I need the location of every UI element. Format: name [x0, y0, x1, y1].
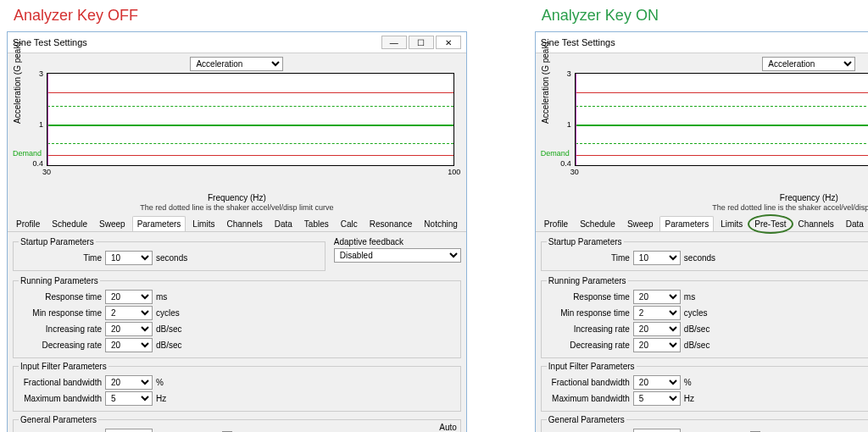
field-unit: dB/sec [156, 341, 203, 350]
field-value[interactable]: 65536 [633, 429, 681, 432]
tab-limits[interactable]: Limits [187, 216, 220, 231]
form-row: Maximum bandwidth5Hz [547, 391, 868, 406]
label-auto: Auto [439, 423, 457, 432]
window-title: Sine Test Settings [13, 37, 87, 47]
heading-on: Analyzer Key ON [535, 7, 868, 25]
tab-sweep[interactable]: Sweep [622, 216, 659, 231]
group-running: Running Parameters Response time20msMin … [541, 276, 868, 358]
tab-schedule[interactable]: Schedule [575, 216, 620, 231]
legend-demand: Demand [541, 149, 570, 158]
field-label: Response time [547, 292, 630, 302]
tab-limits[interactable]: Limits [715, 216, 748, 231]
field-unit: dB/sec [684, 341, 732, 350]
field-label: Min response time [19, 308, 102, 318]
chart-type-select[interactable]: Acceleration [762, 57, 855, 71]
group-filter: Input Filter Parameters Fractional bandw… [13, 362, 461, 412]
field-unit: cycles [156, 308, 203, 318]
field-label: Min response time [547, 308, 630, 318]
close-button[interactable]: ✕ [436, 36, 461, 49]
field-unit: dB/sec [156, 324, 203, 334]
field-value[interactable]: 20 [633, 322, 681, 336]
form-row: Response time20ms [19, 290, 455, 304]
y-axis-label: Acceleration (G peak) [541, 42, 550, 124]
plot-area [47, 73, 454, 166]
field-value[interactable]: 20 [105, 375, 153, 390]
label-adaptive: Adaptive feedback [334, 237, 403, 246]
minimize-button[interactable]: — [381, 36, 407, 49]
field-unit: ms [156, 292, 203, 302]
field-unit: ms [684, 292, 732, 302]
field-value[interactable]: 2 [105, 306, 153, 320]
tab-pre-test[interactable]: Pre-Test [749, 216, 791, 231]
panel-analyzer-off: Analyzer Key OFF Sine Test Settings — ☐ … [7, 7, 467, 432]
label-time: Time [547, 253, 630, 263]
form-row: Increasing rate20dB/sec [19, 322, 455, 336]
tab-notching[interactable]: Notching [419, 216, 462, 231]
tab-bar: ProfileScheduleSweepParametersLimitsPre-… [536, 216, 868, 232]
form-row: Decreasing rate20dB/sec [19, 338, 455, 352]
maximize-button[interactable]: ☐ [409, 36, 434, 49]
group-filter: Input Filter Parameters Fractional bandw… [541, 362, 868, 412]
tab-data[interactable]: Data [841, 216, 868, 231]
tab-resonance[interactable]: Resonance [364, 216, 418, 231]
input-time[interactable]: 10 [105, 251, 153, 265]
unit-time: seconds [156, 253, 203, 263]
select-adaptive[interactable]: Disabled [334, 248, 461, 263]
tab-schedule[interactable]: Schedule [47, 216, 92, 231]
field-unit: Hz [684, 394, 732, 403]
form-row: Min response time2cycles [19, 306, 455, 320]
field-label: Increasing rate [19, 324, 102, 334]
field-unit: dB/sec [684, 324, 732, 334]
tab-channels[interactable]: Channels [221, 216, 267, 231]
field-value[interactable]: 20 [105, 322, 153, 336]
x-axis-label: Frequency (Hz) [14, 193, 459, 202]
field-label: Fractional bandwidth [547, 378, 630, 387]
form-row: Fractional bandwidth20% [19, 375, 455, 390]
tab-profile[interactable]: Profile [539, 216, 573, 231]
legend-demand: Demand [13, 149, 42, 158]
tab-parameters[interactable]: Parameters [659, 216, 714, 231]
group-general: General Parameters Auto Sample rate65536… [541, 415, 868, 432]
group-running: Running Parameters Response time20msMin … [13, 276, 461, 358]
tab-channels[interactable]: Channels [793, 216, 839, 231]
field-value[interactable]: 20 [633, 338, 681, 352]
field-value[interactable]: 20 [105, 290, 153, 304]
window-title: Sine Test Settings [541, 37, 615, 47]
form-row: Fractional bandwidth20% [547, 375, 868, 390]
input-time[interactable]: 10 [633, 251, 681, 265]
field-value[interactable]: 20 [633, 375, 681, 390]
field-value[interactable]: 2 [633, 306, 681, 320]
field-label: Maximum bandwidth [19, 394, 102, 403]
field-value[interactable]: 5 [633, 391, 681, 406]
field-label: Maximum bandwidth [547, 394, 630, 403]
form-row: Sample rate65536Hz [19, 429, 455, 432]
tab-data[interactable]: Data [270, 216, 298, 231]
tab-sweep[interactable]: Sweep [94, 216, 131, 231]
tab-tables[interactable]: Tables [299, 216, 334, 231]
field-label: Decreasing rate [19, 341, 102, 350]
field-value[interactable]: 65536 [105, 429, 153, 432]
field-label: Response time [19, 292, 102, 302]
plot-area [575, 73, 868, 166]
tab-parameters[interactable]: Parameters [132, 216, 186, 231]
field-label: Increasing rate [547, 324, 630, 334]
chart-type-select[interactable]: Acceleration [190, 57, 283, 71]
tab-profile[interactable]: Profile [11, 216, 45, 231]
field-value[interactable]: 20 [105, 338, 153, 352]
chart-subtitle: The red dotted line is the shaker accel/… [14, 203, 459, 212]
field-value[interactable]: 20 [633, 290, 681, 304]
group-general: General Parameters Auto Sample rate65536… [13, 415, 461, 432]
field-unit: % [156, 378, 203, 387]
heading-off: Analyzer Key OFF [7, 7, 467, 25]
tab-calc[interactable]: Calc [336, 216, 363, 231]
group-startup: Startup Parameters Time 10 seconds [541, 237, 868, 271]
form-row: Decreasing rate20dB/sec [547, 338, 868, 352]
field-unit: cycles [684, 308, 732, 318]
field-label: Decreasing rate [547, 341, 630, 350]
unit-time: seconds [684, 253, 732, 263]
field-value[interactable]: 5 [105, 391, 153, 406]
chart: Acceleration (G peak) 3 1 0.4 [542, 73, 868, 183]
form-row: Min response time2cycles [547, 306, 868, 320]
tab-bar: ProfileScheduleSweepParametersLimitsChan… [8, 216, 466, 232]
chart: Acceleration (G peak) 3 1 0.4 [14, 73, 459, 183]
